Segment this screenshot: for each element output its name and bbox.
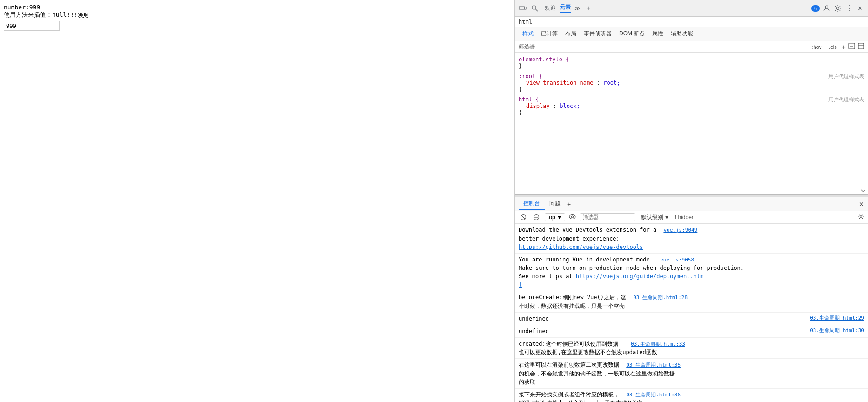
devtools-topbar: 欢迎 元素 ≫ + 6 ⋮ ✕ [515,0,868,17]
css-source-root: 用户代理样式表 [828,73,864,80]
svg-line-3 [536,9,538,11]
msg-source-2[interactable]: 03.生命周期.html:28 [633,295,688,301]
element-tab[interactable]: 元素 [560,3,571,13]
device-toggle-icon[interactable] [519,4,527,13]
vuejs-deploy-link[interactable]: https://vuejs.org/guide/deployment.htm [576,273,704,280]
add-console-tab-icon[interactable]: + [567,201,571,208]
console-msg-1: You are running Vue in development mode.… [515,254,868,292]
svg-point-2 [532,6,536,9]
msg-content-3: undefined [519,315,806,323]
css-rules: element.style { } 用户代理样式表 :root { view-t… [515,53,868,187]
msg-content-4: undefined [519,327,806,335]
css-closing-html: } [519,109,522,116]
svg-rect-0 [520,6,524,10]
console-msg-5: created:这个时候已经可以使用到数据， 03.生命周期.html:33 也… [515,338,868,359]
devtools-panel: 欢迎 元素 ≫ + 6 ⋮ ✕ html 样式 已计算 [514,0,868,402]
add-tab-icon[interactable]: + [584,4,593,13]
svg-line-12 [521,215,525,219]
css-property-root-0: view-transition-name [526,80,594,86]
svg-point-17 [860,215,862,218]
tab-layout[interactable]: 布局 [561,28,580,40]
insert-text: 使用方法来插值：null!!!@@@ [4,11,511,19]
close-devtools-icon[interactable]: ✕ [856,4,864,13]
tab-event-listeners[interactable]: 事件侦听器 [580,28,615,40]
default-level-dropdown[interactable]: 默认级别 ▼ [641,214,670,221]
cls-button[interactable]: .cls [827,43,839,51]
tab-dom-breakpoints[interactable]: DOM 断点 [615,28,648,40]
value-input[interactable] [4,21,60,31]
close-console-icon[interactable]: ✕ [859,201,864,208]
msg-content-1: You are running Vue in development mode.… [519,255,864,289]
msg-source-4[interactable]: 03.生命周期.html:30 [810,327,864,335]
css-selector: element.style { [519,56,569,63]
msg-content-2: beforeCreate:刚刚new Vue()之后，这 03.生命周期.htm… [519,293,864,310]
more-options-icon[interactable]: ⋮ [845,4,853,13]
welcome-label: 欢迎 [545,4,556,12]
css-selector-root: :root { [519,73,542,80]
styles-panel: 筛选器 :hov .cls + el [515,41,868,194]
eye-icon[interactable] [569,214,576,221]
msg-source-6[interactable]: 03.生命周期.html:35 [626,362,681,368]
css-rule-element-style: element.style { } [519,56,864,69]
filter-label: 筛选器 [519,43,535,51]
hov-button[interactable]: :hov [810,43,824,51]
layout-icon[interactable] [858,43,864,51]
filter-bar: 筛选器 :hov .cls + [515,41,868,53]
tab-computed[interactable]: 已计算 [537,28,561,40]
filter-toggle-icon[interactable] [532,213,541,222]
filter-input[interactable] [538,44,807,50]
top-label: top [548,214,555,221]
console-settings-icon[interactable] [858,214,864,221]
css-closing: } [519,63,522,69]
toggle-icon[interactable] [848,43,855,51]
console-msg-6: 在这里可以在渲染前刨数第二次更改数据 03.生命周期.html:35 的机会，不… [515,359,868,389]
console-panel: 控制台 问题 + ✕ top ▼ [515,197,868,402]
dropdown-arrow: ▼ [557,214,562,221]
console-filter-input[interactable] [580,213,635,221]
svg-point-15 [569,214,575,219]
sub-tabs: 样式 已计算 布局 事件侦听器 DOM 断点 属性 辅助功能 [515,27,868,41]
console-tabs: 控制台 问题 + ✕ [515,197,868,211]
css-value-root-0: root; [603,80,620,86]
css-closing-root: } [519,86,522,93]
hidden-count: 3 hidden [673,214,694,221]
add-rule-button[interactable]: + [842,43,846,51]
scroll-down-icon [861,188,866,194]
svg-rect-1 [525,7,526,9]
issues-badge[interactable]: 6 [811,5,820,12]
msg-source-3[interactable]: 03.生命周期.html:29 [810,315,864,322]
css-value-html-0: block; [560,103,580,109]
msg-source-5[interactable]: 03.生命周期.html:33 [631,341,685,347]
msg-content-0: Download the Vue Devtools extension for … [519,226,864,251]
html-tag: html [515,17,868,27]
user-icon[interactable] [822,4,831,13]
default-level-arrow: ▼ [664,214,670,221]
more-tabs-icon[interactable]: ≫ [574,5,581,12]
vue-devtools-link[interactable]: https://github.com/vuejs/vue-devtools [519,244,643,250]
topbar-right: 6 ⋮ ✕ [811,4,864,13]
svg-point-16 [571,216,573,218]
main-panel: number:999 使用方法来插值：null!!!@@@ [0,0,514,402]
top-level-dropdown[interactable]: top ▼ [545,213,565,221]
msg-content-7: 接下来开始找实例或者组件对应的模板， 03.生命周期.html:36 编译模板为… [519,390,864,402]
msg-source-1[interactable]: vue.js:9058 [660,257,694,263]
msg-source-7[interactable]: 03.生命周期.html:36 [626,392,681,398]
vuejs-deploy-link-2[interactable]: l [519,281,522,288]
css-selector-html: html { [519,96,539,103]
msg-content-6: 在这里可以在渲染前刨数第二次更改数据 03.生命周期.html:35 的机会，不… [519,361,864,386]
settings-icon[interactable] [834,4,842,13]
console-msg-0: Download the Vue Devtools extension for … [515,224,868,254]
css-rule-html: 用户代理样式表 html { display : block; } [519,96,864,116]
tab-issues[interactable]: 问题 [545,198,565,210]
console-msg-7: 接下来开始找实例或者组件对应的模板， 03.生命周期.html:36 编译模板为… [515,389,868,402]
tab-console[interactable]: 控制台 [519,198,545,210]
msg-source-0[interactable]: vue.js:9049 [663,227,697,233]
default-level-label: 默认级别 [641,214,663,221]
tab-properties[interactable]: 属性 [648,28,667,40]
tab-styles[interactable]: 样式 [519,28,537,40]
clear-console-icon[interactable] [519,213,528,222]
console-msg-2: beforeCreate:刚刚new Vue()之后，这 03.生命周期.htm… [515,291,868,313]
console-messages: Download the Vue Devtools extension for … [515,224,868,402]
tab-accessibility[interactable]: 辅助功能 [667,28,697,40]
inspect-icon[interactable] [531,4,539,13]
